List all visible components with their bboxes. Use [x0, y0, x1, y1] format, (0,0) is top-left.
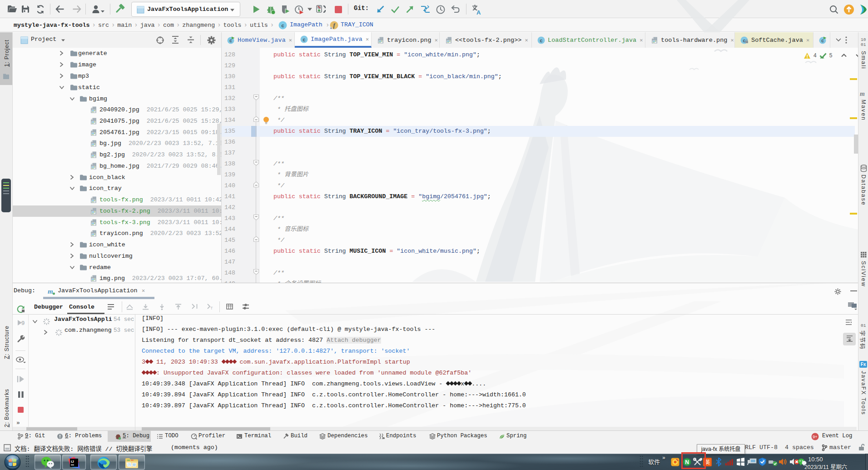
- svg-text:9+: 9+: [813, 435, 817, 439]
- svg-text:IJ: IJ: [71, 460, 74, 464]
- svg-text:c: c: [303, 36, 306, 42]
- svg-text:c: c: [540, 37, 543, 43]
- svg-text:c: c: [281, 23, 284, 28]
- svg-text:A: A: [476, 9, 481, 15]
- svg-text:c: c: [743, 37, 746, 43]
- svg-text:T: T: [210, 306, 213, 310]
- svg-text:9: 9: [21, 320, 25, 326]
- svg-text:m: m: [48, 288, 53, 295]
